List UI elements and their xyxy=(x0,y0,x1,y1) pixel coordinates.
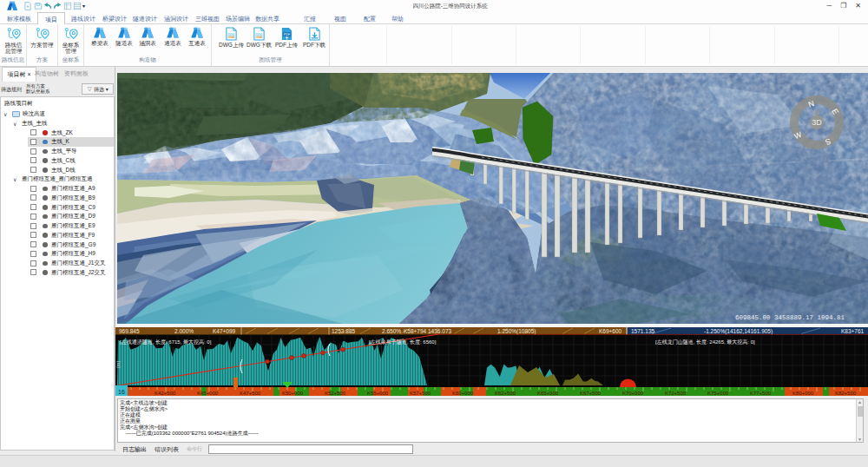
svg-text:1253.885: 1253.885 xyxy=(332,328,355,334)
svg-text:K67+500: K67+500 xyxy=(580,391,602,396)
svg-text:16: 16 xyxy=(118,389,125,395)
svg-text:[左线象鼻子隧道, 长度: 6560]: [左线象鼻子隧道, 长度: 6560] xyxy=(369,339,437,345)
svg-text:3D: 3D xyxy=(812,118,822,127)
svg-text:K42+500: K42+500 xyxy=(155,391,176,396)
svg-text:K70+000: K70+000 xyxy=(622,391,644,396)
svg-text:K57+500: K57+500 xyxy=(410,391,431,396)
svg-text:[左线通济隧道, 长度: 6715, 最大挖高: 0]: [左线通济隧道, 长度: 6715, 最大挖高: 0] xyxy=(120,339,212,345)
svg-text:K65+000: K65+000 xyxy=(537,391,559,396)
svg-text:1571.135: 1571.135 xyxy=(631,328,654,334)
svg-text:K47+500: K47+500 xyxy=(240,391,261,396)
svg-text:K77+500: K77+500 xyxy=(750,391,772,396)
svg-text:K60+000: K60+000 xyxy=(452,391,474,396)
svg-text:609845.00 3458889.17 1094.81: 609845.00 3458889.17 1094.81 xyxy=(735,314,845,321)
svg-text:K80+000: K80+000 xyxy=(792,391,814,396)
svg-text:K47+099: K47+099 xyxy=(213,328,236,334)
svg-text:K52+500: K52+500 xyxy=(325,391,346,396)
svg-text:1436.073: 1436.073 xyxy=(428,328,451,334)
svg-text:K75+000: K75+000 xyxy=(707,391,729,396)
svg-text:K69+600: K69+600 xyxy=(599,328,622,334)
svg-text:-1.250%(14162,14161.905): -1.250%(14162,14161.905) xyxy=(704,328,773,335)
svg-text:2.650%: 2.650% xyxy=(382,328,401,334)
svg-text:K45+000: K45+000 xyxy=(197,391,219,396)
svg-text:K58+794: K58+794 xyxy=(404,328,427,334)
svg-text:K55+000: K55+000 xyxy=(367,391,389,396)
svg-text:(m): (m) xyxy=(115,361,121,368)
svg-text:[左线龙门山隧道, 长度: 24265, 最大挖高: 0]: [左线龙门山隧道, 长度: 24265, 最大挖高: 0] xyxy=(655,339,755,345)
svg-text:K62+500: K62+500 xyxy=(495,391,516,396)
svg-text:K50+000: K50+000 xyxy=(282,391,304,396)
svg-text:2.000%: 2.000% xyxy=(174,328,194,334)
svg-text:1.250%(10805): 1.250%(10805) xyxy=(497,328,536,335)
svg-text:K82+500: K82+500 xyxy=(835,391,857,396)
svg-text:K72+500: K72+500 xyxy=(665,391,687,396)
svg-text:K83+761: K83+761 xyxy=(841,328,865,334)
svg-text:969.845: 969.845 xyxy=(119,328,140,334)
